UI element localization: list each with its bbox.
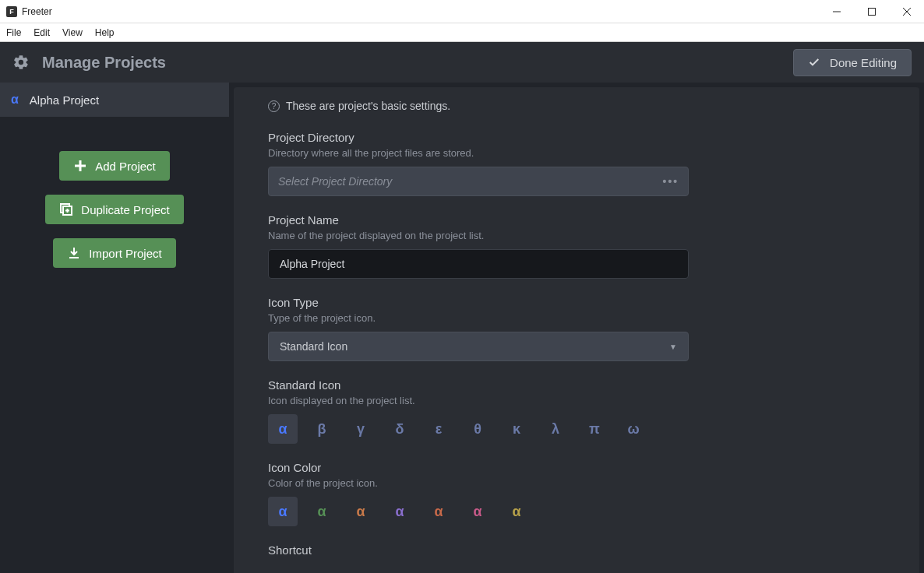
project-directory-placeholder: Select Project Directory (278, 175, 392, 188)
duplicate-project-label: Duplicate Project (81, 203, 169, 216)
standard-icon-option[interactable]: π (580, 414, 609, 444)
standard-icon-option[interactable]: α (268, 414, 298, 444)
standard-icon-option[interactable]: λ (541, 414, 570, 444)
window-controls (819, 0, 924, 23)
icon-color-option[interactable]: α (346, 497, 376, 526)
close-button[interactable] (889, 0, 924, 23)
standard-icon-option[interactable]: γ (346, 414, 376, 444)
window-title: Freeter (22, 6, 52, 17)
add-project-button[interactable]: Add Project (59, 151, 170, 181)
duplicate-icon (59, 202, 73, 216)
field-shortcut: Shortcut (268, 543, 885, 557)
icon-color-desc: Color of the project icon. (268, 477, 885, 489)
project-name-input[interactable] (268, 249, 689, 279)
gear-icon (12, 54, 30, 71)
icon-color-option[interactable]: α (268, 497, 298, 526)
menu-view[interactable]: View (62, 27, 83, 38)
svg-rect-1 (868, 8, 875, 15)
done-editing-button[interactable]: Done Editing (793, 49, 912, 76)
page-title: Manage Projects (42, 54, 166, 72)
titlebar: F Freeter (0, 0, 924, 23)
icon-type-select[interactable]: Standard Icon ▼ (268, 332, 689, 361)
minimize-button[interactable] (819, 0, 854, 23)
sidebar-actions: Add Project Duplicate Project Import Pro… (0, 117, 229, 268)
icon-type-desc: Type of the project icon. (268, 312, 885, 324)
settings-panel[interactable]: ? These are project's basic settings. Pr… (234, 87, 919, 573)
standard-icon-option[interactable]: ε (424, 414, 453, 444)
app-header-left: Manage Projects (12, 54, 166, 72)
field-standard-icon: Standard Icon Icon displayed on the proj… (268, 378, 885, 444)
info-text: These are project's basic settings. (286, 100, 450, 112)
menu-file[interactable]: File (6, 27, 21, 38)
add-project-label: Add Project (95, 160, 156, 173)
standard-icon-option[interactable]: θ (463, 414, 492, 444)
chevron-down-icon: ▼ (669, 343, 677, 351)
standard-icon-option[interactable]: ω (619, 414, 648, 444)
help-icon: ? (268, 100, 280, 112)
menu-help[interactable]: Help (95, 27, 115, 38)
titlebar-left: F Freeter (0, 6, 52, 17)
field-project-name: Project Name Name of the project display… (268, 213, 885, 279)
icon-type-label: Icon Type (268, 296, 885, 309)
standard-icon-label: Standard Icon (268, 378, 885, 392)
field-project-directory: Project Directory Directory where all th… (268, 131, 885, 196)
standard-icon-option[interactable]: κ (502, 414, 531, 444)
icon-color-option[interactable]: α (502, 497, 531, 526)
menubar: File Edit View Help (0, 23, 924, 42)
done-editing-label: Done Editing (830, 56, 897, 69)
app-header: Manage Projects Done Editing (0, 42, 924, 83)
standard-icon-option[interactable]: δ (385, 414, 414, 444)
field-icon-color: Icon Color Color of the project icon. αα… (268, 461, 885, 526)
project-name-desc: Name of the project displayed on the pro… (268, 230, 885, 241)
duplicate-project-button[interactable]: Duplicate Project (45, 195, 183, 224)
maximize-button[interactable] (854, 0, 889, 23)
menu-edit[interactable]: Edit (34, 27, 50, 38)
sidebar: α Alpha Project Add Project Duplicate Pr… (0, 83, 229, 573)
body: α Alpha Project Add Project Duplicate Pr… (0, 83, 924, 573)
import-project-button[interactable]: Import Project (53, 238, 175, 268)
plus-icon (73, 159, 87, 173)
icon-color-option[interactable]: α (463, 497, 492, 526)
icon-color-option[interactable]: α (385, 497, 414, 526)
alpha-icon: α (11, 93, 19, 107)
standard-icon-option[interactable]: β (307, 414, 337, 444)
standard-icon-desc: Icon displayed on the project list. (268, 395, 885, 406)
icon-color-option[interactable]: α (424, 497, 453, 526)
icon-color-option[interactable]: α (307, 497, 337, 526)
import-project-label: Import Project (89, 247, 161, 260)
icon-type-value: Standard Icon (280, 340, 347, 353)
browse-icon[interactable]: ••• (662, 175, 679, 188)
project-directory-desc: Directory where all the project files ar… (268, 147, 885, 159)
project-list-item-label: Alpha Project (30, 93, 99, 107)
download-icon (67, 246, 81, 260)
field-icon-type: Icon Type Type of the project icon. Stan… (268, 296, 885, 361)
icon-color-label: Icon Color (268, 461, 885, 474)
info-row: ? These are project's basic settings. (268, 100, 885, 112)
icon-color-row: ααααααα (268, 497, 885, 526)
project-list-item[interactable]: α Alpha Project (0, 83, 229, 117)
check-icon (808, 56, 820, 69)
project-name-label: Project Name (268, 213, 885, 227)
project-directory-input[interactable]: Select Project Directory ••• (268, 167, 689, 196)
app-icon: F (6, 6, 17, 17)
project-directory-label: Project Directory (268, 131, 885, 144)
standard-icon-row: αβγδεθκλπω (268, 414, 885, 444)
shortcut-label: Shortcut (268, 543, 885, 557)
